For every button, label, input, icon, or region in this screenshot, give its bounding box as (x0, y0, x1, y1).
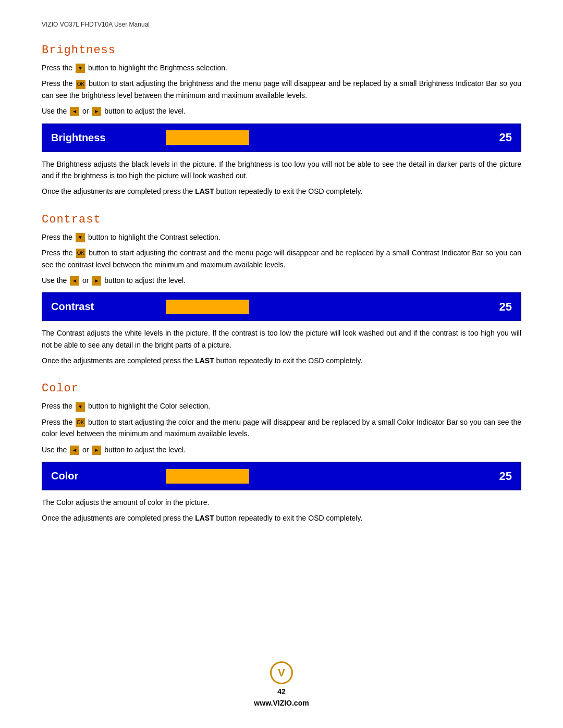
vizio-logo: V (270, 661, 293, 684)
color-indicator-value: 25 (499, 470, 512, 483)
contrast-para1: Press the ▼ button to highlight the Cont… (42, 231, 521, 243)
contrast-para2: Press the OK button to start adjusting t… (42, 247, 521, 270)
contrast-desc1: The Contrast adjusts the white levels in… (42, 327, 521, 351)
brightness-desc1: The Brightness adjusts the black levels … (42, 158, 521, 182)
brightness-para3: Use the ◄ or ► button to adjust the leve… (42, 105, 521, 117)
contrast-desc2: Once the adjustments are completed press… (42, 355, 521, 366)
right-arrow-icon-2: ► (92, 276, 101, 286)
contrast-section: Contrast Press the ▼ button to highlight… (42, 213, 521, 367)
brightness-para1: Press the ▼ button to highlight the Brig… (42, 62, 521, 73)
contrast-indicator-track (166, 300, 489, 314)
brightness-indicator-track (166, 130, 489, 145)
brightness-desc2: Once the adjustments are completed press… (42, 186, 521, 197)
website-url: www.VIZIO.com (254, 699, 309, 707)
left-arrow-icon: ◄ (70, 107, 79, 116)
brightness-section: Brightness Press the ▼ button to highlig… (42, 44, 521, 198)
color-heading: Color (42, 382, 521, 395)
color-indicator-fill (166, 469, 249, 484)
contrast-indicator-label: Contrast (51, 301, 155, 313)
right-arrow-icon-3: ► (92, 446, 101, 455)
color-indicator-bar: Color 25 (42, 462, 521, 490)
header-title: VIZIO VO37L FHDTV10A User Manual (42, 21, 521, 28)
page-footer: V 42 www.VIZIO.com (0, 661, 563, 707)
contrast-indicator-fill (166, 300, 249, 314)
color-desc2: Once the adjustments are completed press… (42, 512, 521, 524)
color-para1: Press the ▼ button to highlight the Colo… (42, 400, 521, 412)
contrast-heading: Contrast (42, 213, 521, 226)
brightness-heading: Brightness (42, 44, 521, 57)
brightness-indicator-label: Brightness (51, 132, 155, 144)
contrast-indicator-bar: Contrast 25 (42, 292, 521, 321)
ok-icon-3: OK (76, 418, 85, 427)
down-arrow-icon-3: ▼ (76, 402, 85, 412)
color-indicator-track (166, 469, 489, 484)
color-indicator-label: Color (51, 470, 155, 482)
down-arrow-icon-2: ▼ (76, 233, 85, 242)
brightness-para2: Press the OK button to start adjusting t… (42, 78, 521, 101)
left-arrow-icon-3: ◄ (70, 446, 79, 455)
color-section: Color Press the ▼ button to highlight th… (42, 382, 521, 524)
brightness-indicator-fill (166, 130, 249, 145)
down-arrow-icon: ▼ (76, 64, 85, 73)
contrast-para3: Use the ◄ or ► button to adjust the leve… (42, 275, 521, 286)
page-number: 42 (277, 687, 286, 696)
right-arrow-icon: ► (92, 107, 101, 116)
ok-icon: OK (76, 80, 85, 89)
color-para2: Press the OK button to start adjusting t… (42, 416, 521, 440)
color-desc1: The Color adjusts the amount of color in… (42, 497, 521, 508)
contrast-indicator-value: 25 (499, 300, 512, 314)
ok-icon-2: OK (76, 249, 85, 258)
color-para3: Use the ◄ or ► button to adjust the leve… (42, 444, 521, 455)
brightness-indicator-value: 25 (499, 131, 512, 144)
brightness-indicator-bar: Brightness 25 (42, 124, 521, 152)
left-arrow-icon-2: ◄ (70, 276, 79, 286)
